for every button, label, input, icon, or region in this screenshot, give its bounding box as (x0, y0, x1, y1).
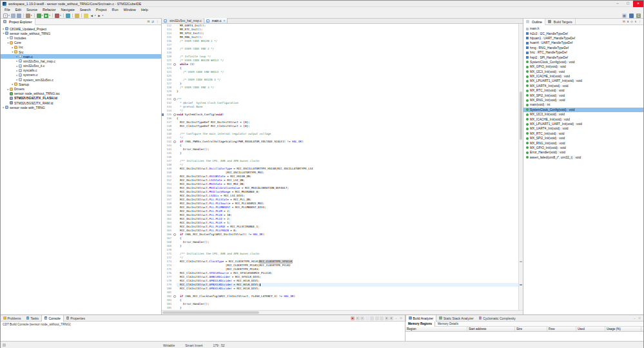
fold-collapse-icon[interactable] (173, 295, 176, 298)
outline-item[interactable]: MX_SPI2_Init(void) : void (523, 93, 643, 97)
terminate-icon[interactable]: ■ (351, 316, 355, 320)
outline-item[interactable]: hi2c3 : I2C_HandleTypeDef (523, 31, 643, 35)
tree-item-main-c[interactable]: ▸cmain.c (1, 54, 161, 59)
outline-item[interactable]: MX_GPIO_Init(void) : void (523, 64, 643, 69)
back-dropdown-icon[interactable]: ▾ (95, 14, 96, 17)
tree-item-sensor-node-with-trng[interactable]: ▸sensor node with_TRNG (1, 105, 161, 110)
outline-item[interactable]: main.h (523, 26, 643, 31)
forward-button[interactable]: ▶ (97, 14, 102, 18)
tree-item-stm32u5xx-hal-msp-c[interactable]: ▸cstm32u5xx_hal_msp.c (1, 59, 161, 63)
outline-item[interactable]: MX_RTC_Init(void) : void (523, 131, 643, 136)
tree-item-src[interactable]: ▾Src (1, 50, 161, 54)
tab-problems[interactable]: !Problems (1, 315, 24, 322)
maximize-icon[interactable]: □ (638, 316, 641, 320)
view-menu-icon[interactable]: ⋮ (638, 20, 643, 23)
outline-item[interactable]: MX_ICACHE_Init(void) : void (523, 117, 643, 121)
external-tools-dropdown-icon[interactable]: ▾ (60, 14, 61, 17)
build-all-button[interactable] (26, 14, 30, 18)
menu-run[interactable]: Run (110, 7, 121, 13)
editor-tab-stm32u5xx-hal-msp-c[interactable]: cstm32u5xx_hal_msp.c (162, 18, 204, 23)
vertical-scrollbar-thumb[interactable] (520, 92, 522, 140)
pin-console-icon[interactable] (380, 316, 384, 320)
outline-item[interactable]: MX_LPUART1_UART_Init(void) : void (523, 122, 643, 126)
outline-item[interactable]: MX_LPUART1_UART_Init(void) : void (523, 79, 643, 83)
close-tab-icon[interactable]: × (223, 19, 225, 23)
editor-vertical-scrollbar[interactable] (518, 24, 523, 310)
debug-dropdown-icon[interactable]: ▾ (42, 14, 43, 17)
word-wrap-icon[interactable] (375, 316, 379, 320)
column-header-free[interactable]: Free (547, 327, 576, 331)
outline-item[interactable]: MX_RNG_Init(void) : void (523, 140, 643, 145)
outline-item[interactable]: MX_RTC_Init(void) : void (523, 88, 643, 93)
outline-item[interactable]: MX_SPI2_Init(void) : void (523, 136, 643, 140)
run-dropdown-icon[interactable]: ▾ (49, 14, 50, 17)
tab-static-stack-analyzer[interactable]: Static Stack Analyzer (436, 315, 476, 322)
back-button[interactable]: ◀ (90, 14, 94, 18)
menu-file[interactable]: File (2, 7, 13, 13)
link-with-editor-icon[interactable]: ⇄ (151, 20, 155, 23)
tree-item-stm32u5g9zjtx-ram-ld[interactable]: STM32U5G9ZJTX_RAM.ld (1, 101, 161, 105)
fold-collapse-icon[interactable] (173, 113, 176, 116)
tree-item-inc[interactable]: ▸Inc (1, 45, 161, 50)
column-header-usage-[interactable]: Usage (%) (605, 327, 641, 331)
collapse-all-icon[interactable]: ⊟ (621, 20, 626, 23)
menu-source[interactable]: Source (24, 7, 40, 13)
menu-project[interactable]: Project (93, 7, 110, 13)
save-all-button[interactable] (17, 14, 21, 18)
run-button[interactable]: ▶ (44, 14, 48, 18)
new-wizard-button[interactable]: + (3, 14, 8, 18)
horizontal-scrollbar-thumb[interactable] (162, 311, 259, 314)
outline-item[interactable]: MX_GPIO_Init(void) : void (523, 146, 643, 150)
subtab-memory-regions[interactable]: Memory Regions (405, 322, 435, 327)
outline-item[interactable]: assert_failed(uint8_t*, uint32_t) : void (523, 155, 643, 160)
tree-item-stm32u5g9zjtx-flash-ld[interactable]: STM32U5G9ZJTX_FLASH.ld (1, 96, 161, 101)
minimize-button[interactable]: – (612, 1, 623, 7)
external-tools-button[interactable] (55, 14, 59, 18)
menu-help[interactable]: Help (139, 7, 151, 13)
tree-item-drivers[interactable]: ▸Drivers (1, 86, 161, 91)
open-console-icon[interactable]: ▾ (389, 316, 393, 320)
outline-item[interactable]: hlpuart1 : UART_HandleTypeDef (523, 36, 643, 41)
subtab-memory-details[interactable]: Memory Details (435, 322, 461, 327)
outline-item[interactable]: hspi2 : SPI_HandleTypeDef (523, 55, 643, 59)
column-header-size[interactable]: Size (515, 327, 547, 331)
tab-build-analyzer[interactable]: Build Analyzer (405, 315, 436, 322)
menu-navigate[interactable]: Navigate (58, 7, 77, 13)
outline-item[interactable]: SystemClock_Config(void) : void (523, 108, 643, 112)
editor-tab-main-c[interactable]: cmain.c× (204, 18, 228, 23)
remove-launch-icon[interactable]: × (356, 316, 360, 320)
fold-collapse-icon[interactable] (173, 98, 176, 101)
tree-item-sysmem-c[interactable]: ▸csysmem.c (1, 73, 161, 77)
outline-item[interactable]: MX_UART4_Init(void) : void (523, 84, 643, 88)
tree-item-sensor-node-without-trng[interactable]: ▾sensor node_without_TRNG (1, 31, 161, 35)
tab-tasks[interactable]: ✓Tasks (24, 315, 41, 322)
debug-button[interactable] (37, 14, 41, 18)
tree-item-startup[interactable]: ▸Startup (1, 82, 161, 86)
outline-item[interactable]: main(void) : int (523, 102, 643, 107)
menu-refactor[interactable]: Refactor (40, 7, 58, 13)
outline-item[interactable]: Error_Handler(void) : void (523, 150, 643, 155)
fold-collapse-icon[interactable] (173, 63, 176, 66)
view-menu-icon[interactable]: ⋮ (155, 20, 161, 23)
tree-item-sensor-node-without-trng-ioc[interactable]: sensor node_without_TRNG.ioc (1, 92, 161, 96)
outline-item[interactable]: hrng : RNG_HandleTypeDef (523, 46, 643, 50)
new-wizard-dropdown-icon[interactable]: ▾ (8, 14, 10, 17)
fold-collapse-icon[interactable] (173, 140, 176, 143)
column-header-used[interactable]: Used (576, 327, 605, 331)
device-configuration-tool-button[interactable] (66, 14, 70, 18)
tab-cyclomatic-complexity[interactable]: Cyclomatic Complexity (476, 315, 518, 322)
tab-build-targets[interactable]: Build Targets (545, 19, 576, 25)
tab-project-explorer[interactable]: Project Explorer (1, 19, 35, 25)
tree-item-system-stm32u5xx-c[interactable]: ▸csystem_stm32u5xx.c (1, 77, 161, 82)
outline-item[interactable]: MX_I2C3_Init(void) : void (523, 112, 643, 117)
minimize-icon[interactable]: – (633, 316, 637, 320)
tab-properties[interactable]: ≡Properties (64, 315, 88, 322)
scroll-lock-icon[interactable] (370, 316, 374, 320)
code-editor[interactable]: 112 MX_UART4_Init();113 MX_RTC_Init();11… (162, 24, 523, 310)
tree-item-core[interactable]: ▾Core (1, 41, 161, 45)
clear-console-icon[interactable] (366, 316, 369, 320)
column-header-region[interactable]: Region (405, 327, 467, 331)
last-edit-location-button[interactable] (84, 14, 88, 18)
fold-collapse-icon[interactable] (173, 233, 176, 236)
remove-all-launches-icon[interactable]: × (360, 316, 364, 320)
